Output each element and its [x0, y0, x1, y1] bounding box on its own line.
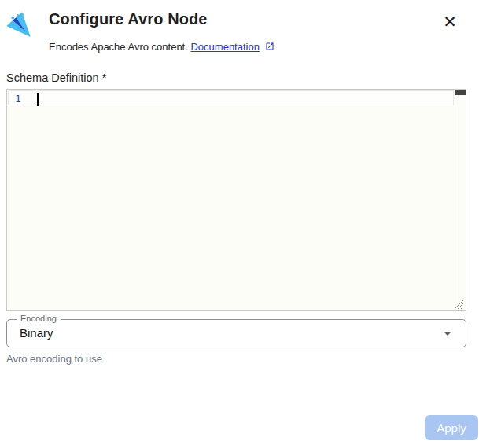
line-number: 1 [9, 93, 28, 105]
encoding-label: Encoding [17, 314, 61, 323]
editor-active-line[interactable]: 1 [8, 90, 454, 105]
editor-scrollbar[interactable] [455, 90, 466, 310]
editor-scrollbar-thumb[interactable] [455, 90, 466, 95]
documentation-link[interactable]: Documentation [190, 41, 259, 53]
description-text: Encodes Apache Avro content. [49, 41, 188, 53]
schema-definition-label: Schema Definition * [6, 72, 106, 84]
dialog-description: Encodes Apache Avro content. Documentati… [49, 41, 274, 53]
close-icon[interactable]: ✕ [437, 9, 462, 35]
page-title: Configure Avro Node [49, 10, 208, 28]
caret-down-icon[interactable] [444, 332, 451, 336]
encoding-value: Binary [20, 326, 53, 340]
schema-definition-editor[interactable]: 1 [6, 89, 466, 311]
apply-button[interactable]: Apply [425, 415, 478, 440]
configure-avro-node-dialog: Configure Avro Node Encodes Apache Avro … [0, 0, 490, 448]
paper-plane-icon [5, 9, 39, 46]
text-cursor [37, 93, 39, 106]
encoding-helper-text: Avro encoding to use [6, 353, 102, 365]
encoding-select[interactable]: Encoding Binary [6, 319, 466, 347]
open-in-new-icon[interactable] [265, 42, 274, 53]
resize-grip-icon[interactable] [454, 299, 464, 309]
